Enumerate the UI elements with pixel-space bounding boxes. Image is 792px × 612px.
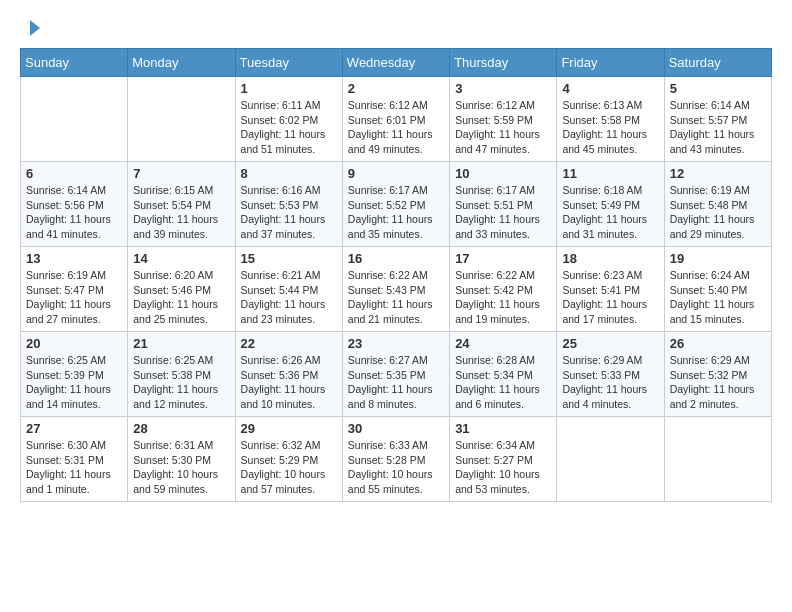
day-number: 12	[670, 166, 766, 181]
day-number: 20	[26, 336, 122, 351]
calendar-cell: 18Sunrise: 6:23 AM Sunset: 5:41 PM Dayli…	[557, 247, 664, 332]
day-of-week-header: Sunday	[21, 49, 128, 77]
day-number: 8	[241, 166, 337, 181]
calendar-cell	[557, 417, 664, 502]
calendar-cell: 26Sunrise: 6:29 AM Sunset: 5:32 PM Dayli…	[664, 332, 771, 417]
day-detail: Sunrise: 6:12 AM Sunset: 5:59 PM Dayligh…	[455, 98, 551, 157]
calendar-cell: 24Sunrise: 6:28 AM Sunset: 5:34 PM Dayli…	[450, 332, 557, 417]
day-detail: Sunrise: 6:25 AM Sunset: 5:38 PM Dayligh…	[133, 353, 229, 412]
calendar-cell: 1Sunrise: 6:11 AM Sunset: 6:02 PM Daylig…	[235, 77, 342, 162]
calendar-cell: 15Sunrise: 6:21 AM Sunset: 5:44 PM Dayli…	[235, 247, 342, 332]
day-number: 31	[455, 421, 551, 436]
day-number: 1	[241, 81, 337, 96]
calendar-cell: 11Sunrise: 6:18 AM Sunset: 5:49 PM Dayli…	[557, 162, 664, 247]
day-detail: Sunrise: 6:26 AM Sunset: 5:36 PM Dayligh…	[241, 353, 337, 412]
day-number: 6	[26, 166, 122, 181]
day-detail: Sunrise: 6:17 AM Sunset: 5:51 PM Dayligh…	[455, 183, 551, 242]
calendar-cell: 8Sunrise: 6:16 AM Sunset: 5:53 PM Daylig…	[235, 162, 342, 247]
day-of-week-header: Monday	[128, 49, 235, 77]
day-of-week-header: Thursday	[450, 49, 557, 77]
page-header	[20, 20, 772, 38]
day-detail: Sunrise: 6:18 AM Sunset: 5:49 PM Dayligh…	[562, 183, 658, 242]
day-number: 26	[670, 336, 766, 351]
day-number: 11	[562, 166, 658, 181]
day-number: 7	[133, 166, 229, 181]
day-detail: Sunrise: 6:33 AM Sunset: 5:28 PM Dayligh…	[348, 438, 444, 497]
day-of-week-header: Tuesday	[235, 49, 342, 77]
day-number: 29	[241, 421, 337, 436]
calendar-cell: 17Sunrise: 6:22 AM Sunset: 5:42 PM Dayli…	[450, 247, 557, 332]
day-number: 2	[348, 81, 444, 96]
day-number: 19	[670, 251, 766, 266]
calendar-cell: 6Sunrise: 6:14 AM Sunset: 5:56 PM Daylig…	[21, 162, 128, 247]
day-detail: Sunrise: 6:14 AM Sunset: 5:56 PM Dayligh…	[26, 183, 122, 242]
day-detail: Sunrise: 6:24 AM Sunset: 5:40 PM Dayligh…	[670, 268, 766, 327]
calendar-cell: 9Sunrise: 6:17 AM Sunset: 5:52 PM Daylig…	[342, 162, 449, 247]
day-of-week-header: Friday	[557, 49, 664, 77]
day-detail: Sunrise: 6:14 AM Sunset: 5:57 PM Dayligh…	[670, 98, 766, 157]
day-detail: Sunrise: 6:16 AM Sunset: 5:53 PM Dayligh…	[241, 183, 337, 242]
day-detail: Sunrise: 6:23 AM Sunset: 5:41 PM Dayligh…	[562, 268, 658, 327]
day-detail: Sunrise: 6:34 AM Sunset: 5:27 PM Dayligh…	[455, 438, 551, 497]
day-number: 3	[455, 81, 551, 96]
day-detail: Sunrise: 6:31 AM Sunset: 5:30 PM Dayligh…	[133, 438, 229, 497]
calendar-cell: 4Sunrise: 6:13 AM Sunset: 5:58 PM Daylig…	[557, 77, 664, 162]
calendar-cell: 23Sunrise: 6:27 AM Sunset: 5:35 PM Dayli…	[342, 332, 449, 417]
calendar-cell	[664, 417, 771, 502]
calendar-cell: 21Sunrise: 6:25 AM Sunset: 5:38 PM Dayli…	[128, 332, 235, 417]
day-detail: Sunrise: 6:22 AM Sunset: 5:43 PM Dayligh…	[348, 268, 444, 327]
day-detail: Sunrise: 6:29 AM Sunset: 5:32 PM Dayligh…	[670, 353, 766, 412]
day-detail: Sunrise: 6:30 AM Sunset: 5:31 PM Dayligh…	[26, 438, 122, 497]
day-detail: Sunrise: 6:32 AM Sunset: 5:29 PM Dayligh…	[241, 438, 337, 497]
calendar-cell: 19Sunrise: 6:24 AM Sunset: 5:40 PM Dayli…	[664, 247, 771, 332]
day-detail: Sunrise: 6:29 AM Sunset: 5:33 PM Dayligh…	[562, 353, 658, 412]
calendar-header-row: SundayMondayTuesdayWednesdayThursdayFrid…	[21, 49, 772, 77]
day-detail: Sunrise: 6:11 AM Sunset: 6:02 PM Dayligh…	[241, 98, 337, 157]
calendar-week-row: 27Sunrise: 6:30 AM Sunset: 5:31 PM Dayli…	[21, 417, 772, 502]
calendar-cell: 3Sunrise: 6:12 AM Sunset: 5:59 PM Daylig…	[450, 77, 557, 162]
logo-icon	[22, 18, 42, 38]
calendar-cell: 20Sunrise: 6:25 AM Sunset: 5:39 PM Dayli…	[21, 332, 128, 417]
calendar-table: SundayMondayTuesdayWednesdayThursdayFrid…	[20, 48, 772, 502]
calendar-week-row: 13Sunrise: 6:19 AM Sunset: 5:47 PM Dayli…	[21, 247, 772, 332]
day-detail: Sunrise: 6:13 AM Sunset: 5:58 PM Dayligh…	[562, 98, 658, 157]
day-number: 18	[562, 251, 658, 266]
day-detail: Sunrise: 6:15 AM Sunset: 5:54 PM Dayligh…	[133, 183, 229, 242]
calendar-cell: 7Sunrise: 6:15 AM Sunset: 5:54 PM Daylig…	[128, 162, 235, 247]
calendar-cell: 10Sunrise: 6:17 AM Sunset: 5:51 PM Dayli…	[450, 162, 557, 247]
calendar-cell: 13Sunrise: 6:19 AM Sunset: 5:47 PM Dayli…	[21, 247, 128, 332]
calendar-cell: 27Sunrise: 6:30 AM Sunset: 5:31 PM Dayli…	[21, 417, 128, 502]
calendar-cell	[128, 77, 235, 162]
calendar-cell: 14Sunrise: 6:20 AM Sunset: 5:46 PM Dayli…	[128, 247, 235, 332]
day-number: 4	[562, 81, 658, 96]
calendar-cell: 25Sunrise: 6:29 AM Sunset: 5:33 PM Dayli…	[557, 332, 664, 417]
calendar-week-row: 1Sunrise: 6:11 AM Sunset: 6:02 PM Daylig…	[21, 77, 772, 162]
day-number: 10	[455, 166, 551, 181]
day-of-week-header: Saturday	[664, 49, 771, 77]
day-number: 15	[241, 251, 337, 266]
day-number: 9	[348, 166, 444, 181]
day-number: 5	[670, 81, 766, 96]
day-number: 14	[133, 251, 229, 266]
day-number: 24	[455, 336, 551, 351]
day-detail: Sunrise: 6:22 AM Sunset: 5:42 PM Dayligh…	[455, 268, 551, 327]
day-number: 16	[348, 251, 444, 266]
logo	[20, 20, 42, 38]
calendar-cell: 31Sunrise: 6:34 AM Sunset: 5:27 PM Dayli…	[450, 417, 557, 502]
day-number: 17	[455, 251, 551, 266]
day-detail: Sunrise: 6:27 AM Sunset: 5:35 PM Dayligh…	[348, 353, 444, 412]
day-number: 30	[348, 421, 444, 436]
day-detail: Sunrise: 6:19 AM Sunset: 5:47 PM Dayligh…	[26, 268, 122, 327]
day-detail: Sunrise: 6:17 AM Sunset: 5:52 PM Dayligh…	[348, 183, 444, 242]
day-detail: Sunrise: 6:20 AM Sunset: 5:46 PM Dayligh…	[133, 268, 229, 327]
day-detail: Sunrise: 6:21 AM Sunset: 5:44 PM Dayligh…	[241, 268, 337, 327]
day-detail: Sunrise: 6:12 AM Sunset: 6:01 PM Dayligh…	[348, 98, 444, 157]
calendar-cell: 5Sunrise: 6:14 AM Sunset: 5:57 PM Daylig…	[664, 77, 771, 162]
calendar-cell: 16Sunrise: 6:22 AM Sunset: 5:43 PM Dayli…	[342, 247, 449, 332]
calendar-cell: 29Sunrise: 6:32 AM Sunset: 5:29 PM Dayli…	[235, 417, 342, 502]
calendar-cell: 12Sunrise: 6:19 AM Sunset: 5:48 PM Dayli…	[664, 162, 771, 247]
day-number: 13	[26, 251, 122, 266]
day-detail: Sunrise: 6:25 AM Sunset: 5:39 PM Dayligh…	[26, 353, 122, 412]
day-number: 23	[348, 336, 444, 351]
day-number: 28	[133, 421, 229, 436]
